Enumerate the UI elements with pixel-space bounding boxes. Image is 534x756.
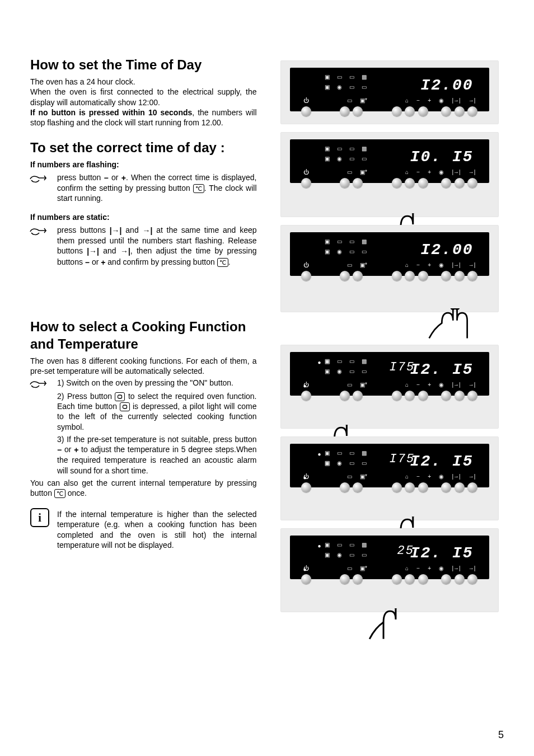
press-finger-icon bbox=[281, 608, 498, 641]
control-panel: ▣▭▭▩▣◉▭▭ I2.00 ⏻▭▣*⌂−+◉|→|→| bbox=[290, 232, 489, 276]
text-bold: If no button is pressed within 10 second… bbox=[30, 108, 192, 117]
panel-graphic-d: ● ● ▣▭▭▩▣◉▭▭ I75 I2. I5 ⏻▭▣*⌂−+◉|→|→| bbox=[280, 345, 499, 429]
function-icons: ▣▭▭▩ ▣◉▭▭ bbox=[322, 73, 369, 91]
function-icons: ▣▭▭▩▣◉▭▭ bbox=[322, 145, 369, 163]
panel-graphic-e: ● ● ▣▭▭▩▣◉▭▭ I75 I2. I5 ⏻▭▣*⌂−+◉|→|→| bbox=[280, 436, 499, 520]
panel-button bbox=[467, 106, 477, 116]
oven-icon: ▭ bbox=[347, 97, 352, 104]
hand-icon bbox=[29, 225, 49, 238]
control-panel: ● ● ▣▭▭▩▣◉▭▭ 25 I2. I5 ⏻▭▣*⌂−+◉|→|→| bbox=[290, 536, 489, 579]
info-row: i If the internal temperature is higher … bbox=[30, 509, 257, 550]
clock-display: I2. I5 bbox=[410, 360, 474, 380]
control-panel: ● ● ▣▭▭▩▣◉▭▭ I75 I2. I5 ⏻▭▣*⌂−+◉|→|→| bbox=[290, 444, 489, 487]
cook-start-icon: |→| bbox=[87, 246, 99, 256]
panel-button bbox=[418, 106, 428, 116]
clock-button-icon: ℃ bbox=[193, 184, 204, 193]
temp-icon: ⌂ bbox=[405, 97, 409, 104]
hand-icon bbox=[29, 378, 49, 391]
instruction-text: press buttons |→| and →| at the same tim… bbox=[57, 225, 257, 267]
instruction-text: press button − or +. When the correct ti… bbox=[57, 172, 257, 204]
section-time-of-day: How to set the Time of Day The oven has … bbox=[30, 56, 257, 128]
clock-display: I2. I5 bbox=[410, 543, 474, 564]
heading-set-time: How to set the Time of Day bbox=[30, 56, 257, 73]
cook-end-icon: →| bbox=[142, 226, 152, 236]
panel-button bbox=[455, 106, 465, 116]
panel-graphic-a: ▣▭▭▩ ▣◉▭▭ I2.00 ⏻ ▭▣* ⌂−+ ◉|→|→| bbox=[280, 60, 499, 124]
button-labels: ⏻ ▭▣* ⌂−+ ◉|→|→| bbox=[290, 97, 489, 104]
cook-end-icon: →| bbox=[120, 246, 130, 256]
instruction-row: press button − or +. When the correct ti… bbox=[30, 172, 257, 204]
button-row bbox=[290, 106, 489, 116]
panel-graphic-b: ▣▭▭▩▣◉▭▭ I0. I5 ⏻▭▣*⌂−+◉|→|→| bbox=[280, 132, 499, 217]
heading-cooking-function: How to select a Cooking Function and Tem… bbox=[30, 318, 257, 353]
fn-icon: ▭ bbox=[347, 83, 357, 91]
fn-icon: ◉ bbox=[335, 83, 345, 91]
text: The oven has 8 different cooking functio… bbox=[30, 356, 257, 376]
panel-button bbox=[301, 106, 311, 116]
plus-icon: + bbox=[428, 97, 431, 104]
subhead-flashing: If numbers are flashing: bbox=[30, 159, 257, 170]
subhead-static: If numbers are static: bbox=[30, 212, 257, 222]
minus-icon: − bbox=[85, 257, 90, 267]
step-3: 3) If the pre-set temperature is not sui… bbox=[57, 434, 257, 476]
step-2: 2) Press button to select the required o… bbox=[57, 391, 257, 432]
plus-icon: + bbox=[121, 173, 126, 183]
heading-correct-time: To set the correct time of day : bbox=[30, 139, 257, 156]
section-correct-time: To set the correct time of day : If numb… bbox=[30, 139, 257, 267]
svg-point-3 bbox=[451, 308, 455, 309]
clock-display: I2. I5 bbox=[410, 452, 474, 472]
panel-graphic-f: ● ● ▣▭▭▩▣◉▭▭ 25 I2. I5 ⏻▭▣*⌂−+◉|→|→| bbox=[280, 528, 499, 612]
clock-display: I0. I5 bbox=[410, 147, 474, 167]
alarm-icon: ◉ bbox=[439, 97, 444, 104]
text: When the oven is first connected to the … bbox=[30, 87, 257, 107]
function-icons: ▣▭▭▩▣◉▭▭ bbox=[322, 238, 369, 256]
hand-icon bbox=[29, 172, 49, 186]
fn-icon: ▩ bbox=[359, 73, 369, 81]
power-icon: ⏻ bbox=[303, 97, 309, 104]
panel-graphic-c: ▣▭▭▩▣◉▭▭ I2.00 ⏻▭▣*⌂−+◉|→|→| bbox=[280, 225, 499, 312]
clock-display: I2.00 bbox=[420, 76, 473, 96]
fn-icon: ▭ bbox=[359, 83, 369, 91]
arrow-icon: →| bbox=[469, 97, 476, 104]
page-content: How to set the Time of Day The oven has … bbox=[30, 56, 504, 620]
oven-button-icon bbox=[120, 402, 130, 411]
right-column: ▣▭▭▩ ▣◉▭▭ I2.00 ⏻ ▭▣* ⌂−+ ◉|→|→| bbox=[280, 56, 504, 620]
svg-rect-1 bbox=[123, 405, 127, 408]
oven-button-icon bbox=[115, 392, 125, 401]
panel-button bbox=[340, 106, 350, 116]
light-icon: ▣* bbox=[360, 97, 367, 104]
minus-icon: − bbox=[104, 173, 109, 183]
section-cooking-function: How to select a Cooking Function and Tem… bbox=[30, 318, 257, 550]
panel-button bbox=[353, 106, 363, 116]
text: If no button is pressed within 10 second… bbox=[30, 107, 257, 128]
svg-point-4 bbox=[455, 308, 458, 309]
fn-icon: ▭ bbox=[347, 73, 357, 81]
fn-icon: ▭ bbox=[335, 73, 345, 81]
instruction-row: press buttons |→| and →| at the same tim… bbox=[30, 225, 257, 267]
minus-icon: − bbox=[57, 445, 62, 455]
clock-button-icon: ℃ bbox=[54, 489, 65, 498]
control-panel: ▣▭▭▩ ▣◉▭▭ I2.00 ⏻ ▭▣* ⌂−+ ◉|→|→| bbox=[290, 68, 489, 111]
clock-display: I2.00 bbox=[420, 240, 473, 260]
panel-button bbox=[392, 106, 402, 116]
arrow-icon: |→| bbox=[452, 97, 460, 104]
cook-start-icon: |→| bbox=[110, 226, 122, 236]
fn-icon: ▣ bbox=[322, 73, 332, 81]
page-number: 5 bbox=[498, 729, 504, 741]
control-panel: ● ● ▣▭▭▩▣◉▭▭ I75 I2. I5 ⏻▭▣*⌂−+◉|→|→| bbox=[290, 352, 489, 396]
clock-button-icon: ℃ bbox=[217, 258, 228, 267]
info-text: If the internal temperature is higher th… bbox=[57, 509, 257, 550]
step-1: 1) Switch on the oven by pressing the "O… bbox=[57, 378, 257, 388]
panel-button bbox=[405, 106, 415, 116]
info-icon: i bbox=[30, 508, 49, 527]
svg-rect-0 bbox=[118, 395, 122, 398]
text: The oven has a 24 hour clock. bbox=[30, 77, 257, 87]
instruction-row: 1) Switch on the oven by pressing the "O… bbox=[30, 378, 257, 476]
fn-icon: ▣ bbox=[322, 83, 332, 91]
minus-icon: − bbox=[416, 97, 420, 104]
panel-button bbox=[441, 106, 451, 116]
control-panel: ▣▭▭▩▣◉▭▭ I0. I5 ⏻▭▣*⌂−+◉|→|→| bbox=[290, 139, 489, 183]
left-column: How to set the Time of Day The oven has … bbox=[30, 56, 257, 620]
text: You can also get the current internal te… bbox=[30, 478, 257, 498]
